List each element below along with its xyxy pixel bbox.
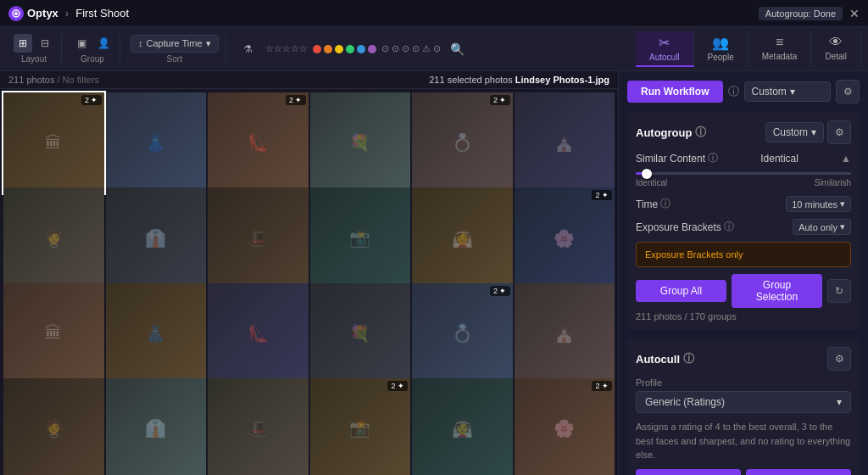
autogroup-control: Custom ▾ ⚙ [765, 120, 851, 144]
similar-content-chevron: ▲ [841, 153, 851, 165]
sort-value: Capture Time [147, 38, 203, 48]
sort-dropdown[interactable]: ↕ Capture Time ▾ [131, 35, 219, 53]
photos-count: 211 photos / No filters [8, 75, 99, 85]
photo-cell-20[interactable]: 👔 [106, 378, 207, 475]
photo-cell-12[interactable]: 🌸2 ✦ [515, 187, 615, 288]
workflow-custom-label: Custom [752, 86, 787, 98]
sort-label: Sort [167, 54, 182, 64]
workflow-custom-chevron: ▾ [790, 86, 795, 98]
autogroup-info-icon[interactable]: ⓘ [695, 125, 706, 140]
autocull-section-title: Autocull ⓘ [636, 351, 694, 366]
photo-cell-17[interactable]: 💍2 ✦ [412, 283, 513, 384]
photo-cell-3[interactable]: 👠2 ✦ [208, 92, 309, 193]
detail-tab[interactable]: 👁 Detail [811, 31, 861, 67]
time-row: Time ⓘ 10 minutes ▾ [636, 196, 851, 212]
people-icon: 👥 [712, 35, 729, 51]
photo-cell-13[interactable]: 🏛 [3, 283, 104, 384]
time-info-icon[interactable]: ⓘ [660, 197, 670, 211]
photo-cell-2[interactable]: 👗 [106, 92, 207, 193]
similar-content-info-icon[interactable]: ⓘ [708, 151, 718, 165]
autogroup-custom-dropdown[interactable]: Custom ▾ [765, 122, 824, 142]
refresh-button[interactable]: ↻ [827, 279, 851, 303]
photo-cell-4[interactable]: 💐 [310, 92, 411, 193]
filmstrip-icon[interactable]: ⊟ [36, 34, 54, 53]
autocull-info-icon[interactable]: ⓘ [683, 351, 694, 366]
group-selection-button[interactable]: Group Selection [732, 274, 822, 308]
similar-content-value: Identical [760, 153, 798, 165]
toolbar-group-group: ▣ 👤 Group [65, 34, 120, 64]
metadata-tab[interactable]: ≡ Metadata [748, 31, 812, 67]
photo-cell-8[interactable]: 👔 [106, 187, 207, 288]
color-orange[interactable] [324, 45, 332, 53]
photo-cell-6[interactable]: ⛪ [515, 92, 615, 193]
autocull-label: Autocull [649, 53, 680, 62]
breadcrumb-current: First Shoot [75, 7, 129, 20]
group-buttons-row: Group All Group Selection ↻ [636, 274, 851, 308]
photo-cell-9[interactable]: 🎩 [208, 187, 309, 288]
people-tab[interactable]: 👥 People [694, 31, 748, 67]
photo-cell-24[interactable]: 🌸2 ✦ [515, 378, 615, 475]
autocull-tab[interactable]: ✂ Autocull [636, 31, 694, 67]
profile-chevron: ▾ [837, 396, 842, 408]
color-purple[interactable] [368, 45, 376, 53]
cull-all-button[interactable]: Cull All [636, 469, 741, 476]
photo-cell-22[interactable]: 📸2 ✦ [310, 378, 411, 475]
workflow-gear-button[interactable]: ⚙ [836, 80, 860, 103]
autocull-icon: ✂ [659, 35, 670, 51]
exposure-brackets-info-icon[interactable]: ⓘ [724, 220, 734, 234]
profile-dropdown[interactable]: Generic (Ratings) ▾ [636, 391, 851, 413]
photo-cell-19[interactable]: 🤵 [3, 378, 104, 475]
sort-chevron-icon: ▾ [206, 38, 211, 49]
photo-cell-11[interactable]: 👰 [412, 187, 513, 288]
slider-left-label: Identical [636, 178, 667, 187]
similar-content-slider[interactable]: Identical Similarish [636, 172, 851, 187]
photo-cell-16[interactable]: 💐 [310, 283, 411, 384]
photo-grid-area: 211 photos / No filters 211 selected pho… [0, 71, 618, 475]
time-value: 10 minutes [792, 199, 837, 210]
photo-cell-5[interactable]: 💍2 ✦ [412, 92, 513, 193]
people-label: People [708, 53, 734, 62]
app-name: Optyx [27, 7, 58, 20]
run-workflow-button[interactable]: Run Workflow [627, 81, 723, 103]
photo-cell-1[interactable]: 🏛2 ✦ [3, 92, 104, 193]
top-bar-right: Autogroup: Done ✕ [759, 7, 860, 20]
time-label: Time ⓘ [636, 197, 670, 211]
photo-badge-24: 2 ✦ [592, 381, 612, 391]
photo-cell-15[interactable]: 👠 [208, 283, 309, 384]
color-blue[interactable] [357, 45, 365, 53]
close-button[interactable]: ✕ [849, 7, 860, 20]
autogroup-gear-button[interactable]: ⚙ [827, 120, 851, 144]
photo-cell-14[interactable]: 👗 [106, 283, 207, 384]
profile-value: Generic (Ratings) [645, 396, 725, 408]
group-people-icon[interactable]: 👤 [94, 34, 113, 53]
autocull-header: Autocull ⓘ ⚙ [636, 347, 851, 371]
exposure-brackets-dropdown[interactable]: Auto only ▾ [793, 219, 851, 235]
autogroup-title: Autogroup ⓘ [636, 125, 706, 140]
photo-cell-10[interactable]: 📸 [310, 187, 411, 288]
time-dropdown[interactable]: 10 minutes ▾ [786, 196, 851, 212]
group-icon[interactable]: ▣ [72, 34, 91, 53]
exposure-brackets-chevron: ▾ [840, 221, 845, 232]
color-green[interactable] [346, 45, 354, 53]
photo-cell-7[interactable]: 🤵 [3, 187, 104, 288]
profile-description: Assigns a rating of 4 to the best overal… [636, 420, 851, 462]
app-icon [8, 6, 24, 21]
autocull-gear-button[interactable]: ⚙ [827, 347, 851, 371]
svg-point-1 [14, 12, 18, 15]
group-all-button[interactable]: Group All [636, 280, 726, 302]
filter-icon[interactable]: ⚗ [236, 37, 260, 61]
exposure-warning-banner: Exposure Brackets only [636, 242, 851, 267]
run-workflow-info-icon[interactable]: ⓘ [728, 84, 739, 99]
color-red[interactable] [313, 45, 321, 53]
grid-view-icon[interactable]: ⊞ [14, 34, 32, 53]
photo-badge-5: 2 ✦ [490, 95, 510, 105]
photo-cell-21[interactable]: 🎩 [208, 378, 309, 475]
toolbar-sort-group: ↕ Capture Time ▾ Sort [124, 35, 226, 64]
cull-selected-button[interactable]: Cull Selected [746, 469, 851, 476]
workflow-custom-dropdown[interactable]: Custom ▾ [744, 81, 832, 102]
photo-cell-23[interactable]: 👰 [412, 378, 513, 475]
photo-cell-18[interactable]: ⛪ [515, 283, 615, 384]
autogroup-section: Autogroup ⓘ Custom ▾ ⚙ Similar Content ⓘ [627, 112, 860, 330]
color-yellow[interactable] [335, 45, 343, 53]
search-icon[interactable]: 🔍 [446, 37, 470, 61]
